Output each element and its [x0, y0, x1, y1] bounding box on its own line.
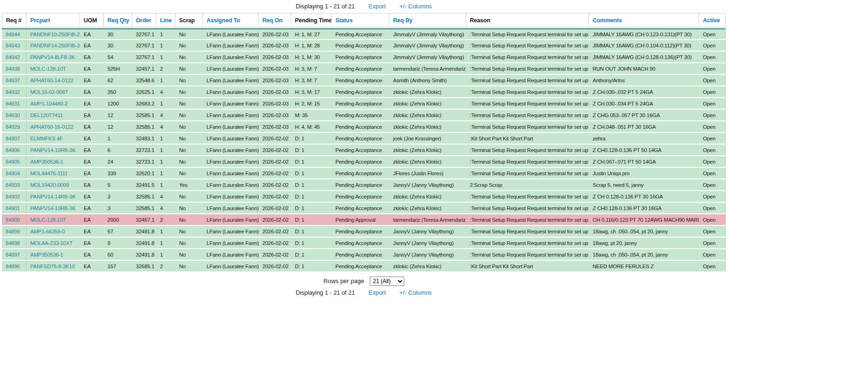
col-header-comments[interactable]: Comments: [589, 13, 699, 27]
cell-prcpart[interactable]: MOL19420-0009: [27, 179, 80, 190]
prcpart-link[interactable]: APHAT60-16-0122: [30, 124, 73, 130]
cell-req_num[interactable]: 84897: [2, 249, 27, 260]
prcpart-link[interactable]: MOL44476-1111: [30, 171, 68, 176]
cell-req_num[interactable]: 84905: [2, 156, 27, 167]
col-header-order[interactable]: Order: [132, 13, 156, 27]
req-number-link[interactable]: 84943: [6, 43, 20, 48]
prcpart-link[interactable]: MOLC-128-10T: [30, 217, 66, 223]
req-number-link[interactable]: 84907: [6, 136, 20, 141]
req-number-link[interactable]: 84897: [6, 252, 20, 258]
prcpart-link[interactable]: AMP1-104480-2: [30, 101, 68, 106]
cell-req_num[interactable]: 84930: [2, 110, 27, 120]
cell-prcpart[interactable]: APHAT60-16-0122: [27, 121, 80, 132]
cell-prcpart[interactable]: PANPV14-10RB-3K: [27, 203, 80, 213]
req-number-link[interactable]: 84938: [6, 66, 20, 72]
cell-prcpart[interactable]: DEL12077411: [27, 110, 80, 120]
cell-prcpart[interactable]: MOLC-128-10T: [27, 214, 80, 225]
cell-prcpart[interactable]: PANPV14-14RB-3K: [27, 191, 80, 202]
cell-prcpart[interactable]: AMP1-104480-2: [27, 98, 80, 109]
cell-req_num[interactable]: 84937: [2, 75, 27, 86]
cell-req_num[interactable]: 84898: [2, 238, 27, 248]
col-header-req_by[interactable]: Req By: [389, 13, 466, 27]
cell-req_num[interactable]: 84899: [2, 226, 27, 237]
cell-req_num[interactable]: 84907: [2, 133, 27, 144]
req-number-link[interactable]: 84931: [6, 101, 20, 106]
req-number-link[interactable]: 84937: [6, 78, 20, 83]
cell-prcpart[interactable]: MOL16-02-0087: [27, 86, 80, 97]
req-number-link[interactable]: 84906: [6, 147, 20, 153]
cell-req_num[interactable]: 84896: [2, 261, 27, 271]
cell-req_num[interactable]: 84938: [2, 63, 27, 74]
col-header-assigned_to[interactable]: Assigned To: [203, 13, 259, 27]
prcpart-link[interactable]: PANFSD75-8-3K10: [30, 264, 75, 269]
cell-prcpart[interactable]: MOLC-128-10T: [27, 63, 80, 74]
rows-per-page-select[interactable]: 21 (All): [370, 277, 404, 286]
toggle-columns-link-bottom[interactable]: +/- Columns: [400, 289, 432, 296]
prcpart-link[interactable]: ELMMFKS 4F: [30, 136, 63, 141]
prcpart-link[interactable]: PANPV14-10RB-3K: [30, 205, 76, 211]
prcpart-link[interactable]: PANDNF14-250FIB-3K: [30, 43, 80, 48]
prcpart-link[interactable]: MOL16-02-0087: [30, 89, 68, 95]
cell-req_num[interactable]: 84943: [2, 40, 27, 51]
cell-prcpart[interactable]: PANFSD75-8-3K10: [27, 261, 80, 271]
req-number-link[interactable]: 84900: [6, 217, 20, 223]
export-link-bottom[interactable]: Export: [368, 289, 386, 296]
cell-req_num[interactable]: 84902: [2, 191, 27, 202]
export-link[interactable]: Export: [368, 3, 386, 10]
prcpart-link[interactable]: MOLC-128-10T: [30, 66, 66, 72]
req-number-link[interactable]: 84903: [6, 182, 20, 188]
req-number-link[interactable]: 84942: [6, 54, 20, 60]
cell-req_num[interactable]: 84904: [2, 168, 27, 178]
cell-req_num[interactable]: 84931: [2, 98, 27, 109]
req-number-link[interactable]: 84930: [6, 112, 20, 118]
prcpart-link[interactable]: PANDNF10-250FIB-2K: [30, 32, 80, 37]
req-number-link[interactable]: 84944: [6, 32, 20, 37]
cell-prcpart[interactable]: AMP350536-1: [27, 249, 80, 260]
req-number-link[interactable]: 84901: [6, 205, 20, 211]
cell-prcpart[interactable]: PANDNF10-250FIB-2K: [27, 28, 80, 39]
col-header-req_qty[interactable]: Req Qty: [104, 13, 132, 27]
prcpart-link[interactable]: AMP350536-1: [30, 159, 63, 165]
col-header-prcpart[interactable]: Prcpart: [27, 13, 80, 27]
cell-req_by: JimmalyV (Jimmaly Vilaythong): [389, 52, 466, 62]
toggle-columns-link[interactable]: +/- Columns: [400, 3, 432, 10]
cell-req_num[interactable]: 84932: [2, 86, 27, 97]
prcpart-link[interactable]: PANPV14-10RB-3K: [30, 147, 76, 153]
cell-prcpart[interactable]: MOLAA-233-10XT: [27, 238, 80, 248]
prcpart-link[interactable]: MOL19420-0009: [30, 182, 69, 188]
col-header-line[interactable]: Line: [156, 13, 175, 27]
cell-req_num[interactable]: 84944: [2, 28, 27, 39]
cell-prcpart[interactable]: ELMMFKS 4F: [27, 133, 80, 144]
req-number-link[interactable]: 84904: [6, 171, 20, 176]
prcpart-link[interactable]: MOLAA-233-10XT: [30, 240, 73, 246]
cell-req_num[interactable]: 84942: [2, 52, 27, 62]
prcpart-link[interactable]: PANPV14-8LFB-3K: [30, 54, 75, 60]
req-number-link[interactable]: 84902: [6, 194, 20, 199]
cell-prcpart[interactable]: APHAT60-14-0122: [27, 75, 80, 86]
col-header-status[interactable]: Status: [332, 13, 389, 27]
cell-prcpart[interactable]: MOL44476-1111: [27, 168, 80, 178]
prcpart-link[interactable]: AMP350536-1: [30, 252, 63, 258]
req-number-link[interactable]: 84896: [6, 264, 20, 269]
cell-prcpart[interactable]: PANPV14-8LFB-3K: [27, 52, 80, 62]
req-number-link[interactable]: 84899: [6, 229, 20, 234]
cell-prcpart[interactable]: PANDNF14-250FIB-3K: [27, 40, 80, 51]
cell-prcpart[interactable]: AMP350536-1: [27, 156, 80, 167]
prcpart-link[interactable]: APHAT60-14-0122: [30, 78, 73, 83]
cell-req_num[interactable]: 84906: [2, 145, 27, 155]
cell-prcpart[interactable]: PANPV14-10RB-3K: [27, 145, 80, 155]
req-number-link[interactable]: 84929: [6, 124, 20, 130]
prcpart-link[interactable]: PANPV14-14RB-3K: [30, 194, 76, 199]
cell-req_num[interactable]: 84901: [2, 203, 27, 213]
req-number-link[interactable]: 84932: [6, 89, 20, 95]
col-header-req_on[interactable]: Req On: [259, 13, 291, 27]
req-number-link[interactable]: 84905: [6, 159, 20, 165]
col-header-active[interactable]: Active: [699, 13, 726, 27]
cell-prcpart[interactable]: AMP1-66359-0: [27, 226, 80, 237]
cell-req_num[interactable]: 84929: [2, 121, 27, 132]
prcpart-link[interactable]: AMP1-66359-0: [30, 229, 65, 234]
cell-req_num[interactable]: 84903: [2, 179, 27, 190]
req-number-link[interactable]: 84898: [6, 240, 20, 246]
prcpart-link[interactable]: DEL12077411: [30, 112, 63, 118]
cell-req_num[interactable]: 84900: [2, 214, 27, 225]
